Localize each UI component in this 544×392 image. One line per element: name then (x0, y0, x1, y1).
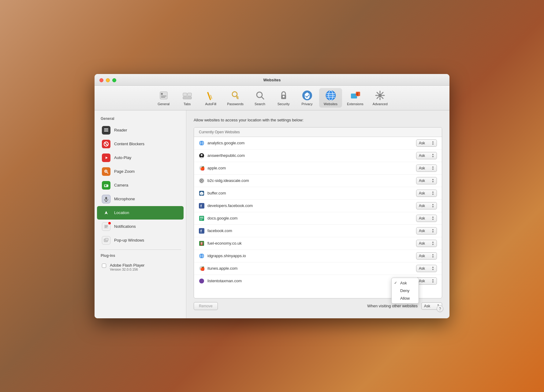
website-row[interactable]: docs.google.com Ask ▲ ▼ (194, 212, 442, 225)
sidebar-item-page-zoom[interactable]: Page Zoom (97, 165, 184, 178)
toolbar-item-passwords[interactable]: Passwords (223, 88, 248, 108)
website-row[interactable]: analytics.google.com Ask ▲ ▼ (194, 137, 442, 150)
website-row[interactable]: b2c-sidg.ideascale.com Ask ▲ ▼ (194, 175, 442, 187)
svg-rect-37 (104, 128, 108, 129)
maximize-button[interactable] (112, 78, 116, 82)
sidebar-item-location[interactable]: Location (97, 206, 184, 220)
security-label: Security (278, 102, 290, 106)
website-control: Ask ▲ ▼ (416, 177, 437, 184)
website-ask-select[interactable]: Ask ▲ ▼ (416, 227, 437, 235)
toolbar-item-autofill[interactable]: AutoFill (199, 88, 222, 108)
sidebar-item-reader[interactable]: Reader (97, 124, 184, 137)
svg-point-63 (199, 141, 204, 146)
website-ask-select[interactable]: Ask ▲ ▼ (416, 265, 437, 272)
toolbar-item-search[interactable]: Search (248, 88, 271, 108)
toolbar-item-security[interactable]: Security (272, 88, 295, 108)
sidebar-item-popup-windows[interactable]: Pop-up Windows (97, 234, 184, 247)
microphone-icon (102, 195, 110, 203)
close-button[interactable] (99, 78, 103, 82)
flash-plugin-info: Adobe Flash Player Version 32.0.0.156 (110, 263, 144, 271)
svg-rect-39 (104, 131, 108, 131)
website-ask-select[interactable]: Ask ▲ ▼ (416, 202, 437, 209)
website-ask-select[interactable]: Ask ▲ ▼ (416, 252, 437, 260)
website-control: Ask ▲ ▼ (416, 215, 437, 222)
svg-rect-6 (183, 97, 192, 99)
website-favicon (199, 140, 204, 146)
sidebar-item-label-page-zoom: Page Zoom (114, 169, 135, 174)
website-ask-select[interactable]: Ask ▲ ▼ (416, 152, 437, 159)
website-ask-select[interactable]: Ask ▲ ▼ (416, 190, 437, 197)
flash-checkbox[interactable] (102, 264, 106, 268)
stepper-down-arrow: ▼ (432, 143, 434, 146)
website-control: Ask ▲ ▼ (416, 152, 437, 159)
website-favicon (199, 278, 204, 284)
sidebar-item-microphone[interactable]: Microphone (97, 192, 184, 206)
stepper-down-arrow: ▼ (432, 156, 434, 158)
website-ask-select[interactable]: Ask ▲ ▼ (416, 240, 437, 247)
sidebar-item-content-blockers[interactable]: Content Blockers (97, 137, 184, 151)
other-websites-label: When visiting other websites (367, 304, 418, 308)
dropdown-item-deny[interactable]: Deny (392, 287, 419, 294)
toolbar-item-websites[interactable]: Websites (319, 88, 342, 108)
website-name: answerthepublic.com (207, 153, 245, 158)
flash-version: Version 32.0.0.156 (110, 268, 144, 271)
remove-button[interactable]: Remove (194, 302, 218, 310)
toolbar-item-extensions[interactable]: Extensions (343, 88, 368, 108)
website-row[interactable]: ⛽ fuel-economy.co.uk Ask ▲ ▼ (194, 237, 442, 250)
help-button[interactable]: ? (437, 305, 443, 312)
svg-point-89 (199, 253, 204, 258)
website-row[interactable]: f facebook.com Ask ▲ ▼ (194, 225, 442, 237)
sidebar-item-notifications[interactable]: Notifications (97, 220, 184, 233)
website-row[interactable]: 🍎 itunes.apple.com Ask ▲ ▼ (194, 262, 442, 275)
svg-rect-38 (104, 130, 108, 130)
advanced-label: Advanced (373, 102, 388, 106)
website-info: answerthepublic.com (199, 153, 245, 158)
website-name: b2c-sidg.ideascale.com (207, 178, 249, 183)
svg-text:f: f (200, 229, 202, 233)
website-name: idgrapps.shinyapps.io (207, 253, 246, 258)
website-ask-select[interactable]: Ask ▲ ▼ (416, 215, 437, 222)
website-ask-select[interactable]: Ask ▲ ▼ (416, 165, 437, 172)
svg-rect-2 (161, 96, 166, 96)
toolbar-item-advanced[interactable]: Advanced (368, 88, 392, 108)
website-control: Ask ▲ ▼ (416, 190, 437, 197)
svg-text:🍎: 🍎 (200, 266, 204, 271)
svg-line-41 (105, 142, 108, 146)
toolbar-item-tabs[interactable]: Tabs (176, 88, 199, 108)
website-row[interactable]: f developers.facebook.com Ask ▲ ▼ (194, 200, 442, 212)
website-row[interactable]: answerthepublic.com Ask ▲ ▼ (194, 150, 442, 162)
sidebar-item-auto-play[interactable]: Auto-Play (97, 151, 184, 165)
website-name: facebook.com (207, 228, 232, 233)
main-window: Websites General Tabs (95, 74, 449, 318)
svg-text:🍎: 🍎 (200, 166, 204, 171)
popup-windows-icon (102, 236, 110, 245)
location-icon (102, 209, 110, 217)
dropdown-label-allow: Allow (400, 296, 410, 301)
website-row[interactable]: idgrapps.shinyapps.io Ask ▲ ▼ (194, 250, 442, 262)
svg-line-36 (377, 97, 378, 98)
tabs-label: Tabs (184, 102, 191, 106)
dropdown-item-allow[interactable]: Allow (392, 294, 419, 302)
sidebar-item-label-notifications: Notifications (114, 224, 136, 229)
website-ask-select[interactable]: Ask ▲ ▼ (416, 177, 437, 184)
sidebar-item-label-camera: Camera (114, 183, 128, 187)
sidebar-item-label-content-blockers: Content Blockers (114, 142, 144, 146)
website-ask-select[interactable]: Ask ▲ ▼ (416, 277, 437, 285)
website-ask-select[interactable]: Ask ▲ ▼ (416, 139, 437, 147)
dropdown-menu: ✓ Ask Deny Allow (391, 278, 419, 304)
website-info: ⛽ fuel-economy.co.uk (199, 241, 242, 246)
privacy-label: Privacy (301, 102, 312, 106)
websites-table[interactable]: Currently Open Websites analytics.google… (194, 127, 442, 298)
minimize-button[interactable] (106, 78, 110, 82)
toolbar-item-general[interactable]: General (152, 88, 175, 108)
website-row[interactable]: 🍎 apple.com Ask ▲ ▼ (194, 162, 442, 175)
titlebar: Websites (95, 74, 449, 86)
ask-value: Ask (419, 241, 425, 246)
toolbar-item-privacy[interactable]: Privacy (296, 88, 319, 108)
svg-rect-60 (105, 227, 107, 228)
website-row[interactable]: buffer.com Ask ▲ ▼ (194, 187, 442, 200)
sidebar-item-camera[interactable]: Camera (97, 179, 184, 192)
website-info: b2c-sidg.ideascale.com (199, 178, 249, 183)
dropdown-item-ask[interactable]: ✓ Ask (392, 279, 419, 287)
website-info: f developers.facebook.com (199, 203, 253, 209)
